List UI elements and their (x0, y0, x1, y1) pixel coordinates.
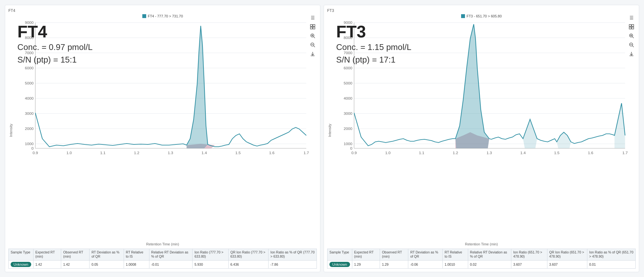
svg-text:7000: 7000 (344, 51, 352, 54)
svg-text:2000: 2000 (344, 127, 352, 130)
svg-text:4000: 4000 (25, 96, 33, 100)
svg-text:1.4: 1.4 (520, 151, 526, 154)
ft4-legend: FT4 - 777.70 > 731.70 (8, 14, 317, 18)
ft4-x-axis-label: Retention Time (min) (8, 242, 317, 246)
svg-text:1000: 1000 (25, 142, 33, 145)
ft3-ion-ratio: 3.607 (511, 261, 547, 269)
ft3-y-axis-label: Intensity (327, 19, 332, 242)
ft4-legend-text: FT4 - 777.70 > 731.70 (148, 14, 183, 18)
ft4-legend-color (142, 14, 146, 18)
ft3-sample-type: Unknown (327, 261, 352, 269)
svg-text:1.7: 1.7 (304, 151, 309, 154)
svg-marker-91 (557, 132, 571, 148)
ft4-rel-rt-dev: -0.01 (149, 261, 192, 269)
ft4-observed-rt: 1.42 (61, 261, 90, 269)
ft3-rel-rt-dev: 0.02 (468, 261, 511, 269)
svg-text:7000: 7000 (25, 51, 33, 54)
svg-text:1000: 1000 (344, 142, 352, 145)
ft4-zoom-in-btn[interactable] (309, 32, 316, 39)
ft3-qr-ion-ratio: 3.607 (547, 261, 587, 269)
ft3-zoom-in-btn[interactable] (628, 32, 635, 39)
svg-text:1.6: 1.6 (269, 151, 275, 154)
ft4-y-axis-label: Intensity (8, 19, 14, 242)
ft4-th-rel-rt-dev: Relative RT Deviation as % of QR (149, 249, 192, 260)
ft4-toolbar: ☰ (309, 14, 316, 57)
ft3-rt-dev: -0.06 (408, 261, 443, 269)
svg-rect-0 (310, 25, 312, 26)
ft3-zoom-out-btn[interactable] (628, 41, 635, 48)
ft4-th-ion-ratio-pct: Ion Ratio as % of QR (777.70 > 633.80) (268, 249, 317, 260)
ft3-th-rel-rt-dev: Relative RT Deviation as % of QR (468, 249, 511, 260)
ft3-x-axis-label: Retention Time (min) (327, 242, 636, 246)
svg-rect-48 (632, 27, 634, 29)
ft3-chart-type-btn[interactable] (628, 23, 635, 30)
ft4-th-sample-type: Sample Type (9, 249, 33, 260)
ft4-chart-area: FT4 - 777.70 > 731.70 ☰ Intensity (8, 14, 317, 246)
svg-text:8000: 8000 (25, 36, 33, 39)
svg-text:1.7: 1.7 (622, 151, 628, 154)
ft4-badge-unknown: Unknown (11, 262, 31, 267)
ft4-download-btn[interactable] (309, 50, 316, 57)
ft4-data-table: Sample Type Expected RT (min) Observed R… (8, 249, 317, 269)
svg-text:1.3: 1.3 (487, 151, 492, 154)
svg-text:5000: 5000 (25, 81, 33, 85)
ft3-panel: FT3 FT3 - 651.70 > 605.80 ☰ (324, 5, 639, 272)
svg-line-50 (632, 37, 634, 38)
svg-text:1.3: 1.3 (168, 151, 173, 154)
ft3-th-observed-rt: Observed RT (min) (380, 249, 408, 260)
ft4-chart-inner: FT4 Conc. = 0.97 pmol/L S/N (ptp) = 15:1 (14, 19, 317, 158)
ft4-th-qr-ion-ratio: QR Ion Ratio (777.70 > 633.80) (228, 249, 268, 260)
ft3-th-expected-rt: Expected RT (min) (352, 249, 380, 260)
ft4-rt-rel: 1.0008 (124, 261, 149, 269)
ft4-ion-ratio-pct: -7.86 (268, 261, 317, 269)
ft3-th-ion-ratio-pct: Ion Ratio as % of QR (651.70 > 478.90) (587, 249, 635, 260)
ft3-panel-title: FT3 (327, 8, 636, 13)
svg-text:3000: 3000 (25, 112, 33, 115)
svg-text:9000: 9000 (344, 21, 352, 24)
ft4-sample-type: Unknown (9, 261, 33, 269)
ft3-menu-btn[interactable]: ☰ (628, 14, 635, 21)
ft4-th-expected-rt: Expected RT (min) (33, 249, 61, 260)
svg-rect-1 (313, 25, 315, 26)
svg-text:6000: 6000 (25, 66, 33, 70)
svg-text:0.9: 0.9 (351, 151, 357, 154)
svg-text:2000: 2000 (25, 127, 33, 130)
svg-text:0: 0 (31, 146, 33, 150)
svg-text:1.6: 1.6 (588, 151, 593, 154)
ft3-ion-ratio-pct: 0.01 (587, 261, 635, 269)
svg-text:1.2: 1.2 (453, 151, 458, 154)
ft3-rt-rel: 1.0010 (442, 261, 468, 269)
ft4-rt-dev: 0.05 (90, 261, 124, 269)
svg-text:4000: 4000 (344, 96, 352, 100)
svg-text:1.5: 1.5 (235, 151, 241, 154)
svg-rect-2 (310, 27, 312, 29)
panels-container: FT4 FT4 - 777.70 > 731.70 ☰ (0, 0, 644, 277)
ft3-badge-unknown: Unknown (329, 262, 350, 267)
svg-text:1.0: 1.0 (66, 151, 72, 154)
ft4-menu-btn[interactable]: ☰ (309, 14, 316, 21)
ft3-table-row: Unknown 1.29 1.29 -0.06 1.0010 0.02 3.60… (327, 261, 636, 269)
svg-rect-46 (632, 25, 634, 26)
ft3-toolbar: ☰ (628, 14, 635, 57)
ft4-panel-title: FT4 (8, 8, 317, 13)
svg-text:1.0: 1.0 (385, 151, 391, 154)
ft3-chart-wrapper: Intensity FT3 Conc. = 1.15 pmol/L S/N (p… (327, 19, 636, 242)
svg-text:8000: 8000 (344, 36, 352, 39)
svg-rect-3 (313, 27, 315, 29)
ft3-legend-text: FT3 - 651.70 > 605.80 (467, 14, 502, 18)
ft4-zoom-out-btn[interactable] (309, 41, 316, 48)
ft3-chart-inner: FT3 Conc. = 1.15 pmol/L S/N (ptp) = 17:1 (333, 19, 636, 158)
svg-line-5 (314, 37, 315, 38)
ft4-th-rt-rel: RT Relative to IS (124, 249, 149, 260)
ft3-observed-rt: 1.29 (380, 261, 408, 269)
ft3-chart-area: FT3 - 651.70 > 605.80 ☰ Intensity (327, 14, 636, 246)
svg-text:6000: 6000 (344, 66, 352, 70)
ft3-th-rt-rel: RT Relative to IS (442, 249, 468, 260)
ft3-download-btn[interactable] (628, 50, 635, 57)
svg-rect-47 (629, 27, 631, 29)
svg-text:3000: 3000 (344, 112, 352, 115)
svg-text:9000: 9000 (25, 21, 33, 24)
ft4-th-ion-ratio: Ion Ratio (777.70 > 633.80) (192, 249, 228, 260)
ft4-chart-type-btn[interactable] (309, 23, 316, 30)
svg-text:1.4: 1.4 (202, 151, 207, 154)
